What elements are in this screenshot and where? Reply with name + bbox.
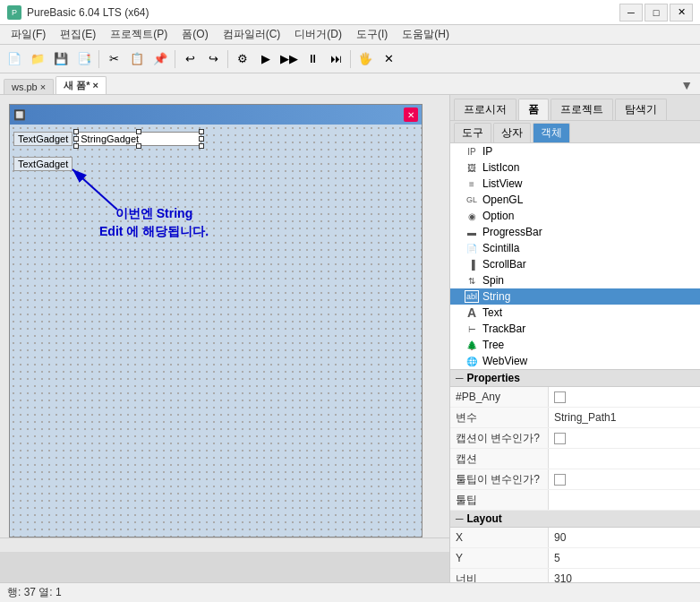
prop-label-tooltip: 툴팁: [450, 490, 549, 510]
gadget-item-listview[interactable]: ≡ ListView: [450, 176, 700, 192]
tb-hand[interactable]: 🖐: [354, 48, 376, 70]
webview-icon: 🌐: [465, 355, 479, 367]
tb-saveall[interactable]: 📑: [73, 48, 95, 70]
handle-tl[interactable]: [73, 129, 79, 134]
properties-section-header[interactable]: ─ Properties: [450, 370, 700, 387]
prop-value-variable[interactable]: String_Path1: [549, 409, 700, 426]
panel-tab-project[interactable]: 프로젝트: [551, 99, 613, 120]
prop-value-tooltip[interactable]: [549, 498, 700, 502]
panel-tab-procedure[interactable]: 프로시저: [454, 99, 516, 120]
tb-run[interactable]: ▶: [255, 48, 277, 70]
tool-tab-tools[interactable]: 도구: [454, 123, 491, 142]
tb-redo[interactable]: ↪: [202, 48, 224, 70]
menu-project[interactable]: 프로젝트(P): [103, 25, 175, 44]
tool-tab-object[interactable]: 객체: [533, 123, 570, 142]
tab-ws[interactable]: ws.pb ×: [4, 79, 54, 94]
prop-checkbox-pbany[interactable]: [554, 391, 566, 403]
annotation-text: 이번엔 String Edit 에 해당됩니다.: [99, 205, 209, 240]
tool-tab-box[interactable]: 상자: [493, 123, 531, 142]
prop-value-caption[interactable]: [549, 457, 700, 460]
tb-step[interactable]: ⏭: [325, 48, 346, 70]
inner-close-button[interactable]: ✕: [404, 108, 418, 122]
handle-mr[interactable]: [199, 136, 204, 142]
gadget-label-spin: Spin: [482, 274, 504, 287]
gadget-item-progressbar[interactable]: ▬ ProgressBar: [450, 224, 700, 240]
gadget-item-spin[interactable]: ⇅ Spin: [450, 272, 700, 288]
handle-bm[interactable]: [136, 143, 141, 149]
menu-file[interactable]: 파일(F): [4, 25, 53, 44]
tb-open[interactable]: 📁: [27, 48, 48, 70]
tb-cut[interactable]: ✂: [103, 48, 124, 70]
handle-bl[interactable]: [73, 143, 79, 149]
scintilla-icon: 📄: [465, 242, 479, 254]
prop-value-caption-var: [549, 431, 700, 446]
h-scrollbar[interactable]: [0, 538, 449, 552]
prop-value-width[interactable]: 310: [549, 571, 700, 582]
inner-content[interactable]: TextGadget StringGadget: [10, 125, 422, 537]
prop-checkbox-caption-var[interactable]: [554, 433, 566, 444]
tb-save[interactable]: 💾: [50, 48, 72, 70]
inner-title-bar[interactable]: 🔲 ✕: [10, 105, 422, 125]
gadget-label-text: Text: [482, 306, 502, 319]
prop-value-x[interactable]: 90: [549, 529, 700, 546]
menu-help[interactable]: 도움말(H): [395, 25, 457, 44]
tb-undo[interactable]: ↩: [179, 48, 201, 70]
gadget-item-text[interactable]: A Text: [450, 305, 700, 321]
gadget-item-opengl[interactable]: GL OpenGL: [450, 192, 700, 208]
gadget-list: IP IP 🖼 ListIcon ≡ ListView GL OpenGL ◉ …: [450, 143, 700, 370]
prop-row-y: Y 5: [450, 548, 700, 569]
tab-scroll-arrow[interactable]: ▼: [677, 76, 696, 94]
tb-compile[interactable]: ⚙: [232, 48, 253, 70]
minimize-button[interactable]: ─: [619, 4, 643, 22]
canvas-area[interactable]: 🔲 ✕ TextGadget StringGadget: [0, 95, 449, 582]
tb-sep2: [175, 50, 175, 68]
opengl-icon: GL: [465, 194, 479, 206]
panel-tab-explorer[interactable]: 탐색기: [615, 99, 667, 120]
gadget-label-scintilla: Scintilla: [482, 242, 519, 254]
tb-stop[interactable]: ⏸: [302, 48, 323, 70]
layout-section-header[interactable]: ─ Layout: [450, 511, 700, 528]
window-controls: ─ □ ✕: [619, 4, 693, 22]
gadget-item-scrollbar[interactable]: ▐ ScrollBar: [450, 256, 700, 272]
handle-tr[interactable]: [199, 129, 204, 134]
menu-edit[interactable]: 편집(E): [53, 25, 103, 44]
text-gadget-2: TextGadget: [13, 157, 73, 171]
tb-copy[interactable]: 📋: [126, 48, 148, 70]
gadget-item-string[interactable]: abl String: [450, 288, 700, 305]
tb-paste[interactable]: 📌: [149, 48, 171, 70]
gadget-item-listicon[interactable]: 🖼 ListIcon: [450, 159, 700, 176]
maximize-button[interactable]: □: [645, 4, 668, 22]
tb-debug[interactable]: ▶▶: [278, 48, 300, 70]
tab-newform[interactable]: 새 폼* ×: [55, 76, 107, 94]
layout-section-label: Layout: [467, 512, 502, 525]
handle-tm[interactable]: [136, 129, 141, 134]
app-icon: P: [7, 5, 21, 20]
properties-section-label: Properties: [467, 372, 520, 384]
menu-tools[interactable]: 도구(I): [349, 25, 395, 44]
right-panel: 프로시저 폼 프로젝트 탐색기 도구 상자 객체 IP IP 🖼 ListIco…: [449, 95, 700, 582]
tb-close-x[interactable]: ✕: [378, 48, 399, 70]
gadget-item-ip[interactable]: IP IP: [450, 143, 700, 159]
title-bar: P PureBasic 6.04 LTS (x64) ─ □ ✕: [0, 0, 700, 25]
close-button[interactable]: ✕: [670, 4, 693, 22]
handle-br[interactable]: [199, 143, 204, 149]
handle-ml[interactable]: [73, 136, 79, 142]
spin-icon: ⇅: [465, 274, 479, 287]
menu-bar: 파일(F) 편집(E) 프로젝트(P) 폼(O) 컴파일러(C) 디버거(D) …: [0, 25, 700, 45]
prop-label-tooltip-var: 툴팁이 변수인가?: [450, 469, 549, 489]
menu-form[interactable]: 폼(O): [175, 25, 215, 44]
gadget-item-trackbar[interactable]: ⊢ TrackBar: [450, 321, 700, 337]
prop-checkbox-tooltip-var[interactable]: [554, 474, 566, 486]
string-icon: abl: [465, 290, 479, 303]
gadget-item-webview[interactable]: 🌐 WebView: [450, 353, 700, 369]
panel-tab-form[interactable]: 폼: [518, 99, 549, 120]
gadget-item-option[interactable]: ◉ Option: [450, 208, 700, 224]
menu-compiler[interactable]: 컴파일러(C): [216, 25, 288, 44]
tb-sep3: [227, 50, 228, 68]
gadget-item-scintilla[interactable]: 📄 Scintilla: [450, 240, 700, 256]
prop-value-y[interactable]: 5: [549, 550, 700, 566]
annotation-line1: 이번엔 String: [99, 205, 209, 223]
menu-debugger[interactable]: 디버거(D): [287, 25, 349, 44]
tb-new[interactable]: 📄: [4, 48, 25, 70]
gadget-item-tree[interactable]: 🌲 Tree: [450, 337, 700, 353]
